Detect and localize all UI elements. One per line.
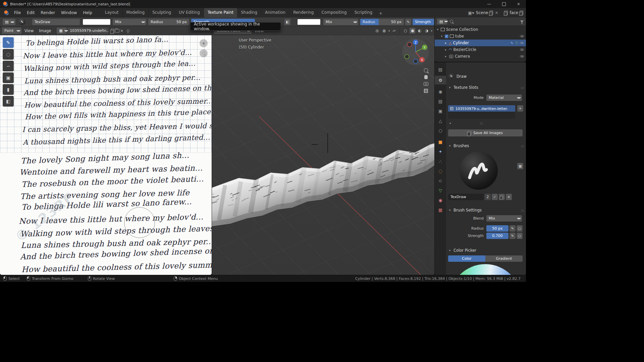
blend-dropdown-left[interactable]: Mix	[113, 19, 146, 25]
texture-slot-mode-dropdown[interactable]: Material	[486, 95, 522, 101]
soften-tool-button[interactable]: ◌	[3, 49, 14, 60]
radius-slider-left[interactable]: Radius 50 px	[148, 19, 189, 25]
gradient-tab-button[interactable]: Gradient	[485, 255, 523, 262]
outliner-row-beziercircle[interactable]: ▸ ◠ BezierCircle	[435, 46, 526, 53]
tab-world[interactable]: ○	[435, 126, 446, 135]
tab-rendering[interactable]: Rendering	[289, 8, 318, 17]
brush-name-field[interactable]: TexDraw	[448, 194, 484, 200]
hide-eye-icon[interactable]	[520, 54, 525, 58]
unlink-brush-icon[interactable]: ×	[506, 194, 512, 200]
editor-type-menu[interactable]: ▤	[3, 19, 15, 25]
radius-slider-right[interactable]: Radius 50 px	[360, 19, 404, 25]
brush-texture-toggle-icon[interactable]: ▦	[517, 163, 523, 169]
zoom-icon[interactable]	[424, 68, 428, 73]
hide-eye-icon[interactable]	[520, 48, 525, 52]
add-texture-slot-button[interactable]: +	[517, 105, 523, 112]
unlink-scene-icon[interactable]: ×	[495, 10, 498, 15]
radius-slider[interactable]: 50 px	[486, 225, 508, 232]
menu-file[interactable]: File	[11, 8, 24, 17]
tab-texture-paint[interactable]: Texture Paint	[204, 8, 237, 17]
tab-shading[interactable]: Shading	[237, 8, 261, 17]
radius-unified-icon[interactable]: ○	[517, 225, 523, 232]
outliner-row-camera[interactable]: ▸ Camera	[435, 53, 526, 60]
outliner-filter-icon[interactable]	[520, 20, 524, 22]
maximize-button[interactable]	[496, 0, 511, 8]
tab-modifiers[interactable]: ✦	[435, 147, 446, 156]
strength-slider-right[interactable]: Strength	[413, 19, 434, 25]
tab-uv-editing[interactable]: UV Editing	[175, 8, 204, 17]
tab-constraints[interactable]: ⊂	[435, 176, 446, 185]
blender-menu-icon[interactable]	[4, 10, 9, 15]
disclosure-icon[interactable]: ▸	[444, 55, 447, 58]
tab-active-tool[interactable]: ⚙	[435, 76, 446, 84]
brush-color-swatch-left[interactable]	[83, 19, 111, 25]
strength-slider[interactable]: 0.700	[486, 233, 508, 239]
zoom-gizmo-icon[interactable]	[200, 49, 208, 57]
tab-animation[interactable]: Animation	[261, 8, 289, 17]
menu-render[interactable]: Render	[38, 8, 58, 17]
outliner-search-icon[interactable]	[450, 20, 453, 23]
tab-sculpting[interactable]: Sculpting	[149, 8, 175, 17]
menu-window[interactable]: Window	[58, 8, 80, 17]
shading-dropdown-icon[interactable]: ▾	[431, 29, 432, 33]
axis-z-neg-ball[interactable]	[414, 59, 418, 64]
new-scene-icon[interactable]	[490, 11, 493, 15]
texture-slot-item[interactable]: 103550979-u..dwritten-letter-	[448, 105, 515, 112]
tube-object[interactable]	[212, 139, 434, 228]
brush-color-swatch-right[interactable]	[297, 19, 321, 25]
viewport-scene[interactable]	[212, 35, 434, 275]
tab-compositing[interactable]: Compositing	[318, 8, 351, 17]
brush-user-count[interactable]: 2	[485, 194, 491, 200]
tab-particles[interactable]: ∴	[435, 157, 446, 166]
disclosure-icon[interactable]: ▾	[436, 28, 439, 31]
view-menu[interactable]: View	[22, 26, 36, 35]
brush-preview-icon[interactable]: ✎	[19, 18, 25, 25]
axis-x-neg-ball[interactable]	[408, 43, 412, 47]
image-browse-dropdown[interactable]: ▦	[57, 27, 67, 34]
image-editor-mode-dropdown[interactable]: Paint	[2, 27, 21, 34]
clone-tool-button[interactable]: ▣	[3, 72, 14, 83]
brush-preview[interactable]	[460, 152, 498, 190]
camera-view-icon[interactable]	[424, 82, 428, 86]
navigation-gizmo[interactable]: Z Y X	[401, 38, 430, 66]
outliner-row-cylinder[interactable]: ▸ △ Cylinder ✎ ▽	[435, 40, 526, 46]
tab-texture[interactable]: ▦	[435, 205, 446, 214]
checkbox-icon[interactable]: ✓	[445, 35, 448, 38]
unlink-image-icon[interactable]: ×	[120, 28, 123, 33]
color-wheel[interactable]	[449, 264, 521, 275]
xray-toggle-icon[interactable]: ▱	[391, 28, 397, 34]
color-picker-panel-header[interactable]: ▾ Color Picker	[448, 247, 524, 253]
pan-gizmo-icon[interactable]: +	[200, 39, 208, 47]
disclosure-icon[interactable]: ▸	[444, 48, 447, 51]
axis-y-neg-ball[interactable]	[405, 55, 409, 59]
scene-name[interactable]: Scene	[476, 10, 488, 15]
view-layer-name[interactable]: face	[509, 10, 518, 15]
tab-scripting[interactable]: Scripting	[351, 8, 376, 17]
disclosure-icon[interactable]: ▾	[440, 35, 443, 38]
tab-object-data[interactable]: ▽	[435, 186, 446, 195]
tab-material[interactable]: ◉	[435, 196, 446, 204]
blend-dropdown-right[interactable]: Mix	[323, 19, 358, 25]
mask-tool-button[interactable]: ◧	[3, 96, 14, 107]
add-workspace-button[interactable]: +	[376, 9, 385, 17]
strength-unified-icon[interactable]: ○	[517, 233, 523, 239]
ortho-grid-icon[interactable]	[424, 89, 428, 93]
brush-name-field-left[interactable]: TexDraw	[32, 19, 80, 25]
outliner-row-scene-collection[interactable]: ▾ Scene Collection	[435, 26, 526, 33]
blend-dropdown[interactable]: Mix	[486, 215, 522, 222]
tab-physics[interactable]: ◌	[435, 167, 446, 175]
open-image-icon[interactable]	[115, 29, 119, 33]
disclosure-icon[interactable]: ▸	[444, 41, 447, 45]
view-layer-icon[interactable]	[504, 11, 508, 15]
brushes-panel-header[interactable]: ▾ Brushes ::::	[448, 143, 524, 149]
hide-eye-icon[interactable]	[520, 41, 525, 45]
palette-icon[interactable]: ◧	[284, 19, 290, 25]
strength-pressure-icon[interactable]: ✎	[509, 233, 516, 239]
pressure-pen-icon[interactable]: ✎	[405, 19, 411, 25]
scene-icon[interactable]: ▣▾	[468, 10, 474, 15]
image-menu[interactable]: Image	[37, 26, 53, 35]
duplicate-brush-icon[interactable]	[499, 194, 505, 200]
texture-slots-panel-header[interactable]: ▾ Texture Slots ::::	[448, 84, 524, 90]
close-button[interactable]: ×	[511, 0, 526, 8]
tab-modeling[interactable]: Modeling	[123, 8, 149, 17]
